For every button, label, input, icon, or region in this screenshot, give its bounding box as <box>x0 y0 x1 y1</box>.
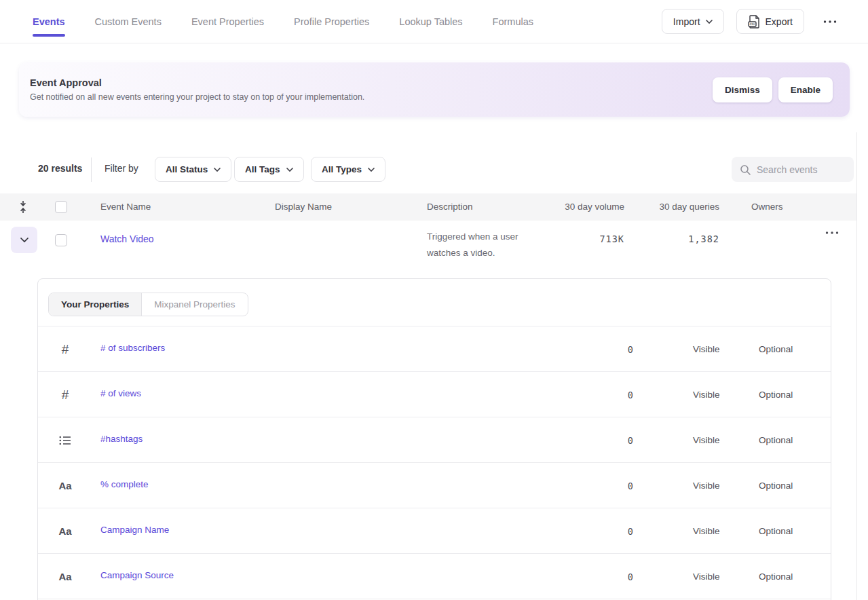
property-visibility[interactable]: Visible <box>693 390 720 400</box>
property-requirement[interactable]: Optional <box>759 571 793 582</box>
banner-subtitle: Get notified on all new events entering … <box>30 92 364 102</box>
property-visibility[interactable]: Visible <box>693 435 720 445</box>
property-requirement[interactable]: Optional <box>759 344 793 354</box>
property-count: 0 <box>628 435 633 446</box>
chevron-down-icon <box>286 168 293 172</box>
ellipsis-icon <box>823 20 837 23</box>
property-requirement[interactable]: Optional <box>759 435 793 445</box>
tags-filter-dropdown[interactable]: All Tags <box>234 157 304 182</box>
text-type-icon: Aa <box>54 554 76 599</box>
property-row: Aa % complete 0 Visible Optional <box>38 463 831 508</box>
property-visibility[interactable]: Visible <box>693 571 720 582</box>
chevron-down-icon <box>368 168 375 172</box>
text-type-icon: Aa <box>54 463 76 508</box>
more-options-button[interactable] <box>820 18 839 26</box>
property-count: 0 <box>628 344 633 355</box>
column-header-30day-queries[interactable]: 30 day queries <box>611 202 719 212</box>
filter-by-label: Filter by <box>105 163 138 174</box>
event-properties-panel: Your Properties Mixpanel Properties # # … <box>37 278 831 600</box>
svg-text:csv: csv <box>749 22 755 26</box>
property-count: 0 <box>628 571 633 582</box>
status-filter-dropdown[interactable]: All Status <box>155 157 231 182</box>
property-requirement[interactable]: Optional <box>759 481 793 491</box>
tab-events[interactable]: Events <box>33 0 65 43</box>
tab-your-properties[interactable]: Your Properties <box>49 293 142 316</box>
scroll-track-edge <box>856 132 857 600</box>
property-name-link[interactable]: Campaign Name <box>100 525 169 535</box>
property-name-link[interactable]: # of views <box>100 388 141 398</box>
property-row: # # of views 0 Visible Optional <box>38 372 831 417</box>
tab-formulas[interactable]: Formulas <box>493 0 533 43</box>
property-name-link[interactable]: # of subscribers <box>100 343 165 353</box>
import-button-label: Import <box>673 16 700 27</box>
tab-event-properties[interactable]: Event Properties <box>191 0 264 43</box>
property-name-link[interactable]: % complete <box>100 479 149 489</box>
property-visibility[interactable]: Visible <box>693 344 720 354</box>
types-filter-label: All Types <box>322 164 362 174</box>
tab-mixpanel-properties[interactable]: Mixpanel Properties <box>142 293 247 316</box>
chevron-down-icon <box>214 168 221 172</box>
properties-panel-header: Your Properties Mixpanel Properties <box>38 279 831 326</box>
dismiss-button[interactable]: Dismiss <box>713 77 772 102</box>
column-header-owners[interactable]: Owners <box>751 202 783 212</box>
event-row: Watch Video Triggered when a user watche… <box>0 221 856 278</box>
text-type-icon: Aa <box>54 508 76 554</box>
row-checkbox[interactable] <box>55 234 67 246</box>
nav-tabs: Events Custom Events Event Properties Pr… <box>33 0 533 43</box>
property-count: 0 <box>628 526 633 537</box>
export-button-label: Export <box>766 16 793 27</box>
import-button[interactable]: Import <box>662 9 724 34</box>
property-count: 0 <box>628 481 633 491</box>
select-all-checkbox[interactable] <box>55 201 67 213</box>
property-count: 0 <box>628 390 633 400</box>
tab-custom-events[interactable]: Custom Events <box>95 0 162 43</box>
divider <box>91 157 92 182</box>
tab-lookup-tables[interactable]: Lookup Tables <box>399 0 462 43</box>
property-requirement[interactable]: Optional <box>759 390 793 400</box>
event-approval-banner: Event Approval Get notified on all new e… <box>19 62 850 117</box>
search-box <box>732 157 854 182</box>
event-30day-queries: 1,382 <box>611 233 719 244</box>
chevron-down-icon <box>706 20 713 24</box>
event-description: Triggered when a user watches a video. <box>427 229 518 261</box>
column-header-30day-volume[interactable]: 30 day volume <box>516 202 624 212</box>
column-header-event-name[interactable]: Event Name <box>100 202 151 212</box>
row-actions-button[interactable] <box>823 229 842 237</box>
search-input[interactable] <box>757 164 838 175</box>
property-name-link[interactable]: #hashtags <box>100 434 143 444</box>
property-requirement[interactable]: Optional <box>759 526 793 536</box>
number-type-icon: # <box>54 372 76 417</box>
top-nav: Events Custom Events Event Properties Pr… <box>0 0 868 43</box>
property-row: Aa Campaign Name 0 Visible Optional <box>38 508 831 554</box>
collapse-all-icon[interactable] <box>18 200 28 214</box>
property-row: #hashtags 0 Visible Optional <box>38 417 831 463</box>
banner-text: Event Approval Get notified on all new e… <box>19 77 364 102</box>
property-row: Aa Campaign Source 0 Visible Optional <box>38 554 831 599</box>
banner-actions: Dismiss Enable <box>713 77 850 102</box>
property-visibility[interactable]: Visible <box>693 481 720 491</box>
collapse-row-button[interactable] <box>11 227 37 253</box>
nav-actions: Import csv Export <box>662 0 839 43</box>
tab-profile-properties[interactable]: Profile Properties <box>294 0 369 43</box>
property-row: # # of subscribers 0 Visible Optional <box>38 326 831 372</box>
types-filter-dropdown[interactable]: All Types <box>311 157 385 182</box>
tags-filter-label: All Tags <box>245 164 280 174</box>
banner-title: Event Approval <box>30 77 364 88</box>
export-button[interactable]: csv Export <box>736 9 804 34</box>
event-30day-volume: 713K <box>516 233 624 244</box>
ellipsis-icon <box>825 231 839 234</box>
status-filter-label: All Status <box>166 164 208 174</box>
csv-file-icon: csv <box>748 15 760 29</box>
search-icon <box>740 164 751 175</box>
column-header-display-name[interactable]: Display Name <box>275 202 332 212</box>
property-name-link[interactable]: Campaign Source <box>100 570 174 580</box>
filter-bar: 20 results Filter by All Status All Tags… <box>0 156 868 183</box>
event-name-link[interactable]: Watch Video <box>100 233 154 244</box>
events-table-header: Event Name Display Name Description 30 d… <box>0 193 856 221</box>
enable-button[interactable]: Enable <box>778 77 833 102</box>
column-header-description[interactable]: Description <box>427 202 473 212</box>
properties-tab-group: Your Properties Mixpanel Properties <box>48 293 248 316</box>
results-count: 20 results <box>38 163 82 174</box>
chevron-down-icon <box>20 238 29 242</box>
property-visibility[interactable]: Visible <box>693 526 720 536</box>
